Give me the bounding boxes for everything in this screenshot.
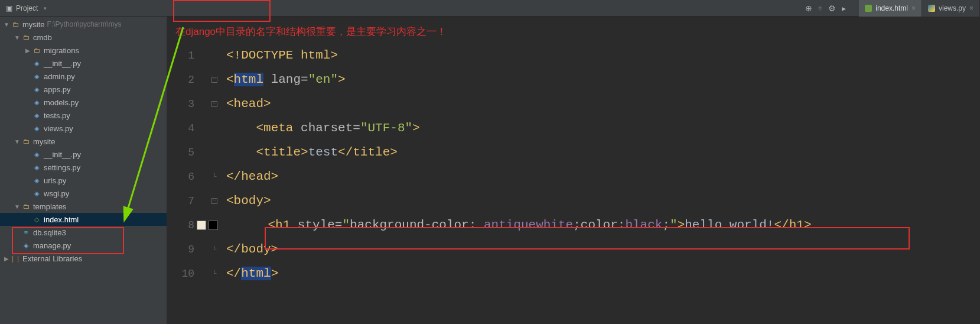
tree-item-manage-py[interactable]: ◈manage.py <box>0 239 167 252</box>
tree-label: cmdb <box>33 33 52 42</box>
tree-label: manage.py <box>33 241 71 250</box>
annotation-note: 在django中目录的名字和结构很重要，是主要学习内容之一！ <box>167 17 980 38</box>
tree-label: settings.py <box>44 163 80 172</box>
tree-item-mysite[interactable]: 🗀mysite <box>0 135 167 148</box>
py-icon: ◈ <box>32 85 41 93</box>
line-number: 8 <box>167 219 220 231</box>
code-text[interactable]: <meta charset="UTF-8"> <box>220 121 420 135</box>
line-number: 10 <box>167 268 209 280</box>
fold-minus-icon[interactable]: − <box>211 101 217 107</box>
html-icon: ◇ <box>32 215 41 223</box>
code-text[interactable]: <head> <box>220 97 271 111</box>
py-icon: ◈ <box>32 189 41 197</box>
tree-label: index.html <box>44 215 79 224</box>
tree-item-models-py[interactable]: ◈models.py <box>0 96 167 109</box>
collapse-icon[interactable]: ÷ <box>818 4 823 13</box>
py-icon: ◈ <box>32 98 41 106</box>
tree-item-apps-py[interactable]: ◈apps.py <box>0 83 167 96</box>
tree-label: mysite <box>22 20 45 29</box>
tree-arrow-icon[interactable] <box>13 138 21 145</box>
code-text[interactable]: <h1 style="background-color: antiquewhit… <box>232 218 812 232</box>
tree-item-views-py[interactable]: ◈views.py <box>0 122 167 135</box>
folder-icon: 🗀 <box>21 202 31 210</box>
tree-label: urls.py <box>44 176 66 185</box>
code-line-10[interactable]: 10└</html> <box>167 261 980 286</box>
tree-arrow-icon[interactable] <box>13 203 21 210</box>
color-swatch-icon <box>209 221 218 230</box>
code-line-2[interactable]: 2−<html lang="en"> <box>167 67 980 92</box>
main-area: 🗀mysiteF:\Python\pycharm\mys🗀cmdb🗀migrat… <box>0 17 980 324</box>
lib-icon: ❘❘ <box>11 254 20 263</box>
code-text[interactable]: <html lang="en"> <box>220 73 346 86</box>
code-text[interactable]: <!DOCTYPE html> <box>220 48 338 62</box>
tree-path: F:\Python\pycharm\mys <box>47 20 122 28</box>
tree-item-admin-py[interactable]: ◈admin.py <box>0 70 167 83</box>
line-number: 6 <box>167 171 209 183</box>
gear-icon[interactable]: ⚙ <box>828 4 836 13</box>
line-number: 5 <box>167 147 209 158</box>
tree-arrow-icon[interactable] <box>13 34 21 41</box>
tree-item-db-sqlite3[interactable]: ≡db.sqlite3 <box>0 226 167 239</box>
fold-gutter[interactable]: − <box>209 198 220 204</box>
code-block[interactable]: 1<!DOCTYPE html>2−<html lang="en">3−<hea… <box>167 43 980 286</box>
code-line-4[interactable]: 4 <meta charset="UTF-8"> <box>167 116 980 140</box>
project-panel-header[interactable]: ▣ Project ▾ <box>0 4 77 12</box>
code-line-8[interactable]: 8 <h1 style="background-color: antiquewh… <box>167 213 980 237</box>
close-icon[interactable]: × <box>969 4 974 12</box>
code-line-6[interactable]: 6└</head> <box>167 164 980 189</box>
tree-item-migrations[interactable]: 🗀migrations <box>0 44 167 57</box>
tree-label: views.py <box>44 124 73 133</box>
code-text[interactable]: </head> <box>220 170 278 183</box>
tree-item-urls-py[interactable]: ◈urls.py <box>0 174 167 187</box>
tree-arrow-icon[interactable] <box>2 255 11 262</box>
code-text[interactable]: <title>test</title> <box>220 145 398 159</box>
code-text[interactable]: </html> <box>220 267 278 280</box>
editor-tabs: index.html×views.py× <box>859 0 980 17</box>
tree-label: __init__.py <box>44 150 81 159</box>
tree-item-tests-py[interactable]: ◈tests.py <box>0 109 167 122</box>
tree-item-cmdb[interactable]: 🗀cmdb <box>0 31 167 44</box>
tree-item-index-html[interactable]: ◇index.html <box>0 213 167 226</box>
fold-gutter[interactable]: └ <box>209 270 220 277</box>
fold-gutter[interactable]: − <box>209 101 220 107</box>
tree-item-settings-py[interactable]: ◈settings.py <box>0 161 167 174</box>
tree-item-templates[interactable]: 🗀templates <box>0 200 167 213</box>
code-text[interactable]: </body> <box>220 242 278 256</box>
code-line-1[interactable]: 1<!DOCTYPE html> <box>167 43 980 67</box>
line-number: 9 <box>167 244 209 255</box>
tree-arrow-icon[interactable] <box>24 47 32 54</box>
tree-arrow-icon[interactable] <box>2 21 11 28</box>
py-icon: ◈ <box>32 163 41 171</box>
tree-item---init---py[interactable]: ◈__init__.py <box>0 57 167 70</box>
tree-item---init---py[interactable]: ◈__init__.py <box>0 148 167 161</box>
code-line-9[interactable]: 9└</body> <box>167 237 980 261</box>
fold-minus-icon[interactable]: − <box>211 77 217 83</box>
py-icon: ◈ <box>32 176 41 184</box>
tree-label: templates <box>33 202 66 211</box>
hide-icon[interactable]: ▸ <box>842 4 846 13</box>
project-tree[interactable]: 🗀mysiteF:\Python\pycharm\mys🗀cmdb🗀migrat… <box>0 17 167 324</box>
html-file-icon <box>865 5 872 12</box>
tree-label: __init__.py <box>44 59 81 68</box>
fold-minus-icon[interactable]: − <box>211 198 217 204</box>
code-text[interactable]: <body> <box>220 194 271 208</box>
color-swatch-icon <box>197 221 206 230</box>
tab-index-html[interactable]: index.html× <box>859 0 922 17</box>
tab-views-py[interactable]: views.py× <box>922 0 980 17</box>
fold-gutter[interactable]: └ <box>209 173 220 180</box>
tree-item-External-Libraries[interactable]: ❘❘External Libraries <box>0 252 167 265</box>
top-bar: ▣ Project ▾ ⊕ ÷ ⚙ ▸ index.html×views.py× <box>0 0 980 17</box>
folder-icon: 🗀 <box>21 137 31 145</box>
code-line-7[interactable]: 7−<body> <box>167 189 980 213</box>
fold-gutter[interactable]: └ <box>209 246 220 253</box>
tree-label: admin.py <box>44 72 75 81</box>
code-line-3[interactable]: 3−<head> <box>167 92 980 116</box>
tree-item-mysite[interactable]: 🗀mysiteF:\Python\pycharm\mys <box>0 18 167 31</box>
close-icon[interactable]: × <box>911 4 916 12</box>
editor[interactable]: 在django中目录的名字和结构很重要，是主要学习内容之一！ 1<!DOCTYP… <box>167 17 980 324</box>
chevron-down-icon: ▾ <box>44 5 47 11</box>
tree-item-wsgi-py[interactable]: ◈wsgi.py <box>0 187 167 200</box>
locate-icon[interactable]: ⊕ <box>805 4 812 13</box>
code-line-5[interactable]: 5 <title>test</title> <box>167 140 980 164</box>
fold-gutter[interactable]: − <box>209 77 220 83</box>
